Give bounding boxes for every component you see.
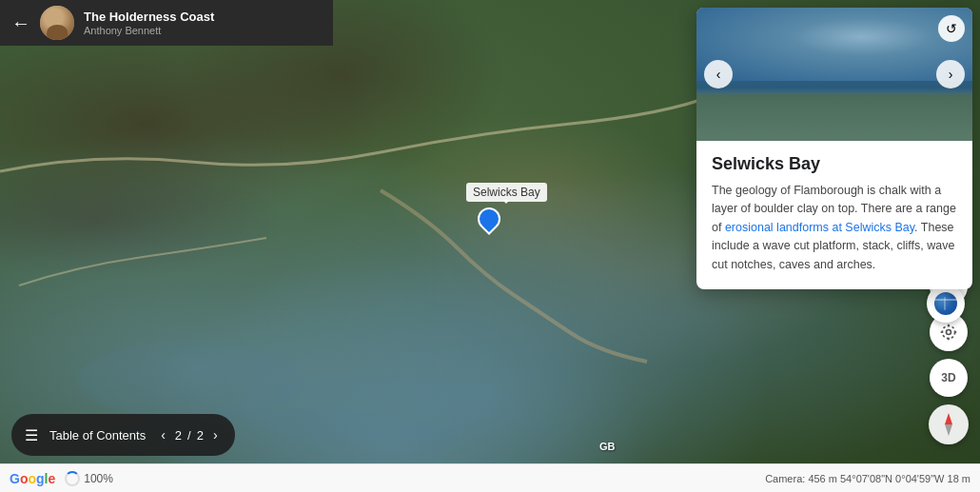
tour-author: Anthony Bennett xyxy=(84,25,214,36)
toc-separator: / xyxy=(187,428,191,443)
toc-current: 2 xyxy=(175,428,182,443)
photo-prev-button[interactable]: ‹ xyxy=(704,60,733,89)
3d-button[interactable]: 3D xyxy=(930,359,968,397)
tour-title: The Holderness Coast xyxy=(84,10,214,26)
info-panel: ↺ ‹ › Selwicks Bay The geology of Flambo… xyxy=(696,8,972,289)
info-content: Selwicks Bay The geology of Flamborough … xyxy=(696,141,972,289)
toc-nav: ‹ 2 / 2 › xyxy=(157,425,221,444)
svg-point-4 xyxy=(942,325,954,338)
compass[interactable] xyxy=(929,404,969,444)
globe-button[interactable] xyxy=(927,285,965,323)
header-bar: ← The Holderness Coast Anthony Bennett xyxy=(0,0,333,46)
toc-bar: ☰ Table of Contents ‹ 2 / 2 › xyxy=(11,414,235,456)
header-text: The Holderness Coast Anthony Bennett xyxy=(84,10,214,37)
toc-icon: ☰ xyxy=(25,426,38,444)
back-button[interactable]: ← xyxy=(11,13,30,32)
photo-next-button[interactable]: › xyxy=(936,60,965,89)
avatar xyxy=(40,6,74,40)
toc-total: 2 xyxy=(197,428,204,443)
bottom-bar: Google 100% Camera: 456 m 54°07'08"N 0°0… xyxy=(0,463,980,492)
loading-percent: 100% xyxy=(84,472,113,485)
loading-spinner xyxy=(65,471,80,486)
location-pin[interactable] xyxy=(478,207,500,230)
desc-link[interactable]: erosional landforms at Selwicks Bay xyxy=(725,221,914,234)
svg-point-3 xyxy=(947,330,951,335)
pin-head xyxy=(473,203,505,235)
compass-needle-bottom xyxy=(945,424,952,436)
toc-next-button[interactable]: › xyxy=(209,425,222,444)
compass-needle xyxy=(945,413,952,436)
globe-icon xyxy=(934,292,957,315)
reload-button[interactable]: ↺ xyxy=(938,15,965,42)
photo-strip: ↺ ‹ › xyxy=(696,8,972,141)
camera-info: Camera: 456 m 54°07'08"N 0°04'59"W 18 m xyxy=(765,473,970,484)
toc-prev-button[interactable]: ‹ xyxy=(157,425,169,444)
place-title: Selwicks Bay xyxy=(712,154,957,174)
loading-indicator: 100% xyxy=(65,471,113,486)
toc-label: Table of Contents xyxy=(49,428,146,443)
place-description: The geology of Flamborough is chalk with… xyxy=(712,182,957,274)
compass-needle-top xyxy=(945,413,952,424)
google-logo: Google xyxy=(10,471,55,486)
avatar-image xyxy=(40,6,74,40)
photo-background xyxy=(696,8,972,141)
